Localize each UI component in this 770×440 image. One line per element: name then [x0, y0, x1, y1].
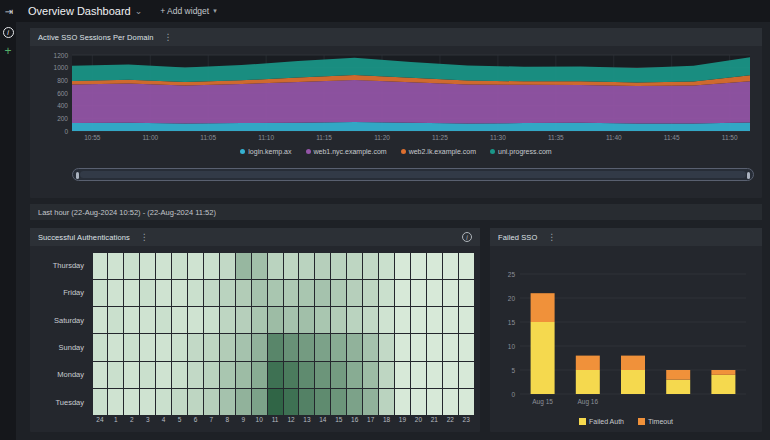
heatmap-row-label: Monday [34, 361, 92, 388]
heatmap-cell [284, 334, 299, 360]
legend-item[interactable]: uni.progress.com [490, 148, 552, 155]
dashboard-screen: ⇥ Overview Dashboard ⌄ + Add widget ▾ i … [0, 0, 770, 440]
legend-item[interactable]: web1.nyc.example.com [306, 148, 387, 155]
legend-swatch-icon [579, 418, 586, 425]
add-icon[interactable]: + [4, 46, 11, 56]
heatmap-cell [236, 334, 251, 360]
heatmap-cell [299, 362, 314, 388]
heatmap-cell [124, 334, 139, 360]
slider-right-handle[interactable] [747, 172, 750, 179]
heatmap-cell [252, 253, 267, 279]
heatmap-cell [315, 334, 330, 360]
heatmap-col-label: 12 [284, 416, 299, 427]
heatmap-cell [331, 307, 346, 333]
svg-text:600: 600 [57, 90, 68, 97]
legend-item[interactable]: login.kemp.ax [240, 148, 291, 155]
heatmap-cell [124, 389, 139, 415]
heatmap-col-label: 3 [140, 416, 155, 427]
sidebar: i + [0, 22, 16, 440]
heatmap-cell [459, 253, 474, 279]
heatmap-cell [363, 253, 378, 279]
legend-item[interactable]: Failed Auth [579, 418, 624, 425]
heatmap-cell [204, 334, 219, 360]
heatmap-cell [363, 389, 378, 415]
area-chart-legend: login.kemp.axweb1.nyc.example.comweb2.lk… [30, 148, 762, 155]
heatmap-cell [299, 389, 314, 415]
info-icon[interactable]: i [462, 232, 472, 242]
heatmap-cell [140, 253, 155, 279]
heatmap-cell [236, 280, 251, 306]
widget-title: Successful Authentications [38, 233, 130, 242]
heatmap-cell [252, 280, 267, 306]
widget-title: Active SSO Sessions Per Domain [38, 33, 154, 42]
heatmap-col-label: 8 [220, 416, 235, 427]
heatmap-cell [268, 253, 283, 279]
heatmap-cell [284, 253, 299, 279]
bar-segment [531, 293, 555, 322]
svg-text:11:45: 11:45 [664, 134, 680, 141]
heatmap-cell [188, 362, 203, 388]
kebab-menu-icon[interactable]: ⋮ [164, 32, 173, 42]
heatmap-cell [108, 389, 123, 415]
bar-segment [711, 375, 735, 394]
legend-item[interactable]: web2.lk.example.com [401, 148, 476, 155]
heatmap-col-label: 18 [379, 416, 394, 427]
heatmap-cell [284, 389, 299, 415]
svg-text:5: 5 [511, 367, 515, 374]
heatmap-cell [188, 334, 203, 360]
heatmap-cell [188, 307, 203, 333]
dashboard-title-dropdown[interactable]: Overview Dashboard ⌄ [28, 5, 142, 17]
heatmap-cell [411, 334, 426, 360]
kebab-menu-icon[interactable]: ⋮ [140, 232, 149, 242]
heatmap-cell [204, 307, 219, 333]
heatmap-cell [124, 253, 139, 279]
heatmap-cell [140, 280, 155, 306]
heatmap-cell [156, 389, 171, 415]
heatmap-cell [379, 362, 394, 388]
heatmap-cell [204, 362, 219, 388]
legend-swatch-icon [638, 418, 645, 425]
heatmap-cell [124, 362, 139, 388]
sidebar-toggle-icon[interactable]: ⇥ [0, 0, 18, 22]
heatmap-cell [172, 334, 187, 360]
heatmap-cell [220, 280, 235, 306]
heatmap-cell [299, 334, 314, 360]
add-widget-button[interactable]: + Add widget ▾ [160, 6, 216, 16]
heatmap-cell [172, 307, 187, 333]
svg-text:11:25: 11:25 [432, 134, 448, 141]
svg-text:11:00: 11:00 [142, 134, 158, 141]
area-chart-svg: 10:5511:0011:0511:1011:1511:2011:2511:30… [32, 50, 760, 144]
time-range-slider[interactable] [72, 168, 754, 181]
heatmap-cell [93, 389, 108, 415]
heatmap-cell [411, 389, 426, 415]
legend-item[interactable]: Timeout [638, 418, 673, 425]
heatmap-cell [331, 334, 346, 360]
heatmap-cell [363, 362, 378, 388]
heatmap-cell [299, 280, 314, 306]
bar-segment [621, 356, 645, 370]
heatmap-cell [252, 389, 267, 415]
bar-segment [666, 380, 690, 394]
page-title: Overview Dashboard [28, 5, 131, 17]
heatmap-cell [347, 389, 362, 415]
area-series [72, 122, 750, 131]
heatmap-cell [427, 389, 442, 415]
heatmap-cell [108, 253, 123, 279]
info-icon[interactable]: i [3, 27, 14, 38]
bar-segment [666, 370, 690, 380]
heatmap-col-label: 22 [443, 416, 458, 427]
heatmap-cell [236, 253, 251, 279]
heatmap-row: Friday [34, 279, 474, 306]
kebab-menu-icon[interactable]: ⋮ [547, 232, 556, 242]
widget-successful-authentications: Successful Authentications ⋮ i ThursdayF… [30, 228, 480, 432]
legend-dot-icon [240, 149, 245, 154]
heatmap-row-label: Thursday [34, 252, 92, 279]
svg-text:11:40: 11:40 [606, 134, 622, 141]
svg-text:11:35: 11:35 [548, 134, 564, 141]
slider-left-handle[interactable] [76, 172, 79, 179]
bar-segment [576, 370, 600, 394]
heatmap-cell [315, 389, 330, 415]
heatmap-cell [459, 334, 474, 360]
svg-text:11:15: 11:15 [316, 134, 332, 141]
slider-selected-range[interactable] [80, 171, 746, 178]
